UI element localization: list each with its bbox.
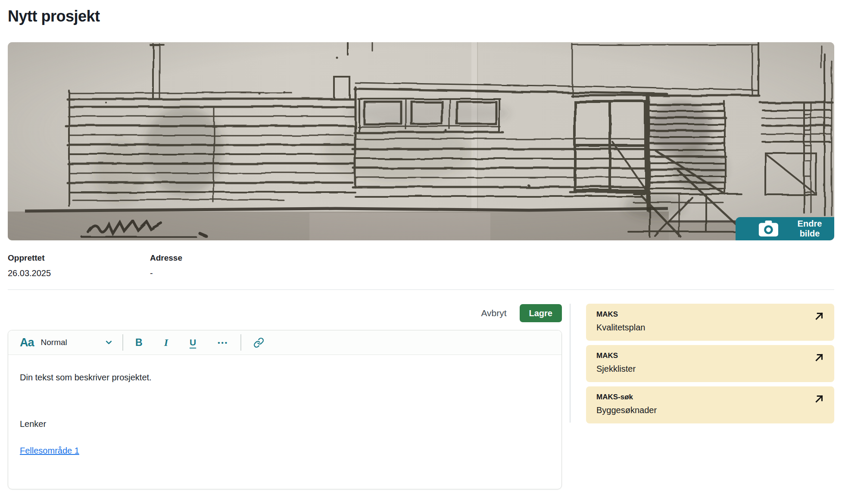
paragraph-style-dropdown[interactable]: Aa Normal bbox=[20, 336, 112, 349]
vertical-divider bbox=[570, 304, 571, 423]
created-value: 26.03.2025 bbox=[8, 268, 150, 278]
meta-created: Opprettet 26.03.2025 bbox=[8, 253, 150, 278]
toolbar-divider bbox=[122, 334, 123, 351]
card-title: MAKS bbox=[596, 352, 824, 360]
card-title: MAKS bbox=[596, 310, 824, 319]
external-arrow-icon bbox=[814, 393, 825, 404]
underline-button[interactable]: U bbox=[188, 336, 198, 348]
maks-card-sjekklister[interactable]: MAKS Sjekklister bbox=[586, 345, 834, 382]
address-value: - bbox=[150, 268, 292, 278]
project-sketch-image bbox=[8, 42, 834, 240]
save-button[interactable]: Lagre bbox=[520, 304, 562, 322]
italic-button[interactable]: I bbox=[162, 336, 170, 349]
page-title: Nytt prosjekt bbox=[8, 7, 834, 26]
fellesomrade-link[interactable]: Fellesområde 1 bbox=[20, 446, 79, 455]
maks-card-kvalitetsplan[interactable]: MAKS Kvalitetsplan bbox=[586, 304, 834, 341]
project-description-text: Din tekst som beskriver prosjektet. bbox=[20, 372, 550, 383]
cancel-button[interactable]: Avbryt bbox=[477, 305, 511, 321]
card-subtitle: Byggesøknader bbox=[596, 405, 824, 415]
project-hero-image: Endre bilde bbox=[8, 42, 834, 240]
paragraph-style-value: Normal bbox=[41, 338, 106, 347]
camera-icon bbox=[747, 217, 790, 240]
change-image-button[interactable]: Endre bilde bbox=[736, 217, 834, 240]
editor-section: Avbryt Lagre Aa Normal B I bbox=[8, 290, 562, 489]
insert-link-button[interactable] bbox=[252, 336, 266, 349]
more-formats-button[interactable]: ••• bbox=[216, 338, 230, 347]
links-heading: Lenker bbox=[20, 419, 550, 429]
rich-text-content[interactable]: Din tekst som beskriver prosjektet. Lenk… bbox=[8, 355, 561, 456]
chevron-down-icon bbox=[106, 340, 112, 345]
external-arrow-icon bbox=[814, 352, 825, 363]
form-actions: Avbryt Lagre bbox=[8, 304, 562, 322]
list-item: Fellesområde 1 bbox=[20, 445, 550, 456]
bold-button[interactable]: B bbox=[134, 336, 144, 349]
meta-address: Adresse - bbox=[150, 253, 292, 278]
change-image-label: Endre bilde bbox=[796, 219, 823, 239]
created-label: Opprettet bbox=[8, 253, 150, 263]
project-meta: Opprettet 26.03.2025 Adresse - bbox=[8, 253, 834, 278]
maks-sidebar: MAKS Kvalitetsplan MAKS Sjekklister MAKS… bbox=[586, 304, 834, 423]
format-buttons: B I U ••• bbox=[134, 336, 230, 349]
text-style-icon: Aa bbox=[20, 336, 34, 349]
external-arrow-icon bbox=[814, 311, 825, 322]
card-title: MAKS-søk bbox=[596, 393, 824, 401]
editor-toolbar: Aa Normal B I U ••• bbox=[8, 330, 561, 355]
link-icon bbox=[253, 337, 264, 348]
card-subtitle: Sjekklister bbox=[596, 364, 824, 374]
rich-text-editor: Aa Normal B I U ••• bbox=[8, 330, 562, 489]
toolbar-divider bbox=[240, 334, 241, 351]
address-label: Adresse bbox=[150, 253, 292, 263]
card-subtitle: Kvalitetsplan bbox=[596, 323, 824, 333]
maks-card-byggesoknader[interactable]: MAKS-søk Byggesøknader bbox=[586, 386, 834, 423]
